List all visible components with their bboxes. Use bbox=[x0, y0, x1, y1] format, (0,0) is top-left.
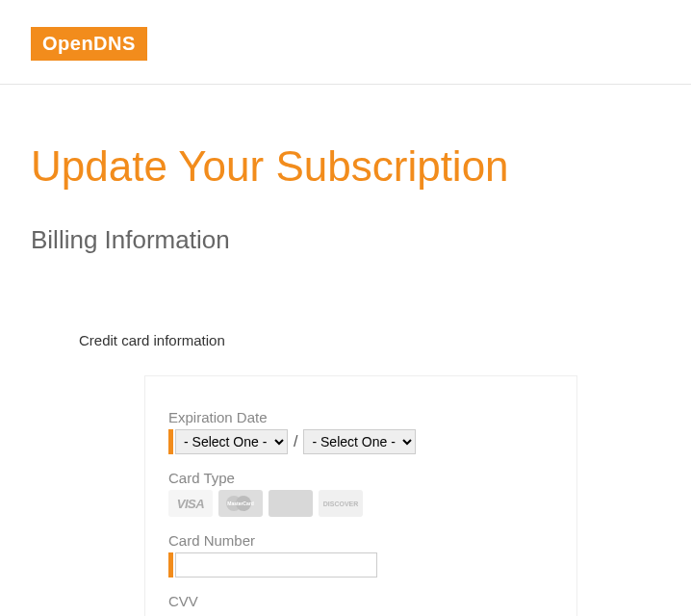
cvv-label: CVV bbox=[168, 593, 553, 609]
mastercard-icon[interactable]: MasterCard bbox=[218, 490, 263, 517]
expiration-separator: / bbox=[294, 433, 297, 450]
header: OpenDNS bbox=[0, 0, 691, 85]
brand-logo: OpenDNS bbox=[31, 27, 147, 61]
visa-icon[interactable]: VISA bbox=[168, 490, 213, 517]
credit-card-form: Expiration Date - Select One - / - Selec… bbox=[144, 375, 577, 616]
page-title: Update Your Subscription bbox=[31, 142, 660, 191]
card-type-label: Card Type bbox=[168, 470, 553, 486]
required-indicator-icon bbox=[168, 552, 173, 578]
page-subtitle: Billing Information bbox=[31, 225, 660, 255]
amex-icon[interactable] bbox=[269, 490, 313, 517]
main-content: Update Your Subscription Billing Informa… bbox=[0, 85, 691, 616]
card-number-input[interactable] bbox=[175, 552, 377, 578]
card-number-label: Card Number bbox=[168, 532, 553, 549]
required-indicator-icon bbox=[168, 429, 173, 454]
card-number-field: Card Number bbox=[168, 532, 553, 578]
expiration-field: Expiration Date - Select One - / - Selec… bbox=[168, 409, 553, 454]
cvv-field: CVV bbox=[168, 593, 553, 609]
expiration-month-select[interactable]: - Select One - bbox=[175, 429, 288, 454]
expiration-label: Expiration Date bbox=[168, 409, 553, 425]
section-heading: Credit card information bbox=[79, 332, 660, 348]
expiration-year-select[interactable]: - Select One - bbox=[303, 429, 416, 454]
card-type-field: Card Type VISA MasterCard DISCOVER bbox=[168, 470, 553, 517]
discover-icon[interactable]: DISCOVER bbox=[319, 490, 363, 517]
